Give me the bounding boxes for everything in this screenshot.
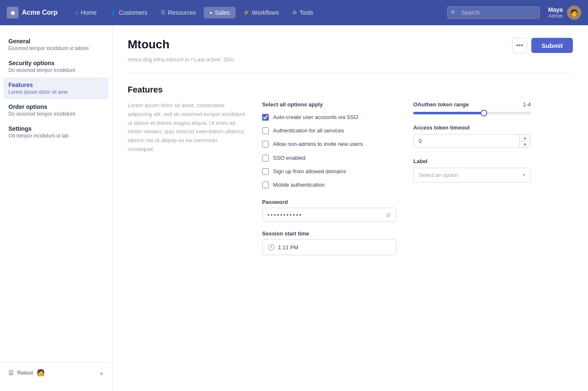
- workflows-icon: ⚡: [243, 10, 249, 16]
- label-section: Label Select an option ▾: [413, 158, 531, 182]
- main-layout: General Eiusmod tempor incididunt ut lab…: [0, 25, 588, 391]
- label-select[interactable]: Select an option ▾: [413, 168, 531, 182]
- sales-icon: ●: [210, 10, 213, 16]
- range-thumb[interactable]: [480, 110, 487, 116]
- brand-icon: ◈: [7, 7, 18, 18]
- customers-icon: 👤: [110, 10, 116, 16]
- range-header: OAuthen token range 1-4: [413, 101, 531, 108]
- nav-items: ⌂ Home 👤 Customers ☰ Resources ● Sales ⚡…: [69, 7, 444, 18]
- checkbox-non-admins[interactable]: Allow non-admins to invite new users: [262, 140, 396, 148]
- checkbox-signup[interactable]: Sign up from allowed domains: [262, 168, 396, 175]
- sidebar-order-sub: Do eiusmod tempor incididunt: [8, 111, 104, 117]
- checkbox-auth-services-input[interactable]: [262, 127, 269, 134]
- main-content: Mtouch ••• Submit retool.dng.infra.mtouc…: [113, 25, 588, 391]
- clock-icon: 🕐: [268, 244, 275, 251]
- sidebar-settings-title: Settings: [8, 125, 104, 132]
- oauth-range-section: OAuthen token range 1-4: [413, 101, 531, 114]
- top-navigation: ◈ Acme Corp ⌂ Home 👤 Customers ☰ Resourc…: [0, 0, 588, 25]
- sidebar-settings-sub: Od tempor incididunt ut lab: [8, 133, 104, 139]
- nav-sales-label: Sales: [215, 9, 230, 16]
- brand-logo[interactable]: ◈ Acme Corp: [7, 7, 58, 18]
- checkbox-sso-input[interactable]: [262, 155, 269, 161]
- nav-workflows[interactable]: ⚡ Workflows: [237, 7, 285, 18]
- features-desc-text: Lorem ipsum dolor sit amet, consectetur …: [128, 101, 245, 154]
- label-field-label: Label: [413, 158, 531, 164]
- password-field: ⊘: [262, 208, 396, 222]
- search-input[interactable]: [447, 6, 540, 19]
- checkbox-auto-create-input[interactable]: [262, 114, 269, 121]
- session-label: Session start time: [262, 230, 396, 237]
- checkbox-mobile-auth[interactable]: Mobile authentication: [262, 181, 396, 189]
- sidebar-footer-avatar: 🧑: [37, 369, 45, 377]
- sidebar-item-security[interactable]: Security options Do eiusmod tempor incid…: [0, 55, 112, 77]
- features-options: Select all options apply Auto-create use…: [262, 101, 396, 255]
- nav-customers-label: Customers: [119, 9, 147, 16]
- checkbox-mobile-auth-input[interactable]: [262, 182, 269, 188]
- checkbox-non-admins-input[interactable]: [262, 141, 269, 148]
- more-button[interactable]: •••: [512, 38, 527, 53]
- access-token-input[interactable]: [414, 135, 519, 148]
- page-meta: retool.dng.infra.mtouch.io • Last active…: [128, 56, 573, 63]
- access-label: Access token timeout: [413, 124, 531, 131]
- oauth-label: OAuthen token range: [413, 101, 469, 108]
- sidebar: General Eiusmod tempor incididunt ut lab…: [0, 25, 113, 391]
- nav-resources-label: Resources: [168, 9, 196, 16]
- sidebar-general-sub: Eiusmod tempor incididunt ut labore: [8, 45, 104, 51]
- checkbox-signup-input[interactable]: [262, 168, 269, 175]
- session-input[interactable]: [278, 244, 349, 251]
- nav-tools[interactable]: ⚙ Tools: [286, 7, 319, 18]
- checkbox-mobile-auth-label: Mobile authentication: [273, 181, 325, 189]
- spinner-down-button[interactable]: ▼: [520, 141, 530, 148]
- submit-button[interactable]: Submit: [531, 38, 573, 53]
- nav-sales[interactable]: ● Sales: [204, 7, 236, 18]
- oauth-range-value: 1-4: [523, 101, 531, 108]
- select-placeholder: Select an option: [419, 172, 458, 178]
- resources-icon: ☰: [161, 10, 165, 16]
- features-right-panel: OAuthen token range 1-4 Access token tim…: [413, 101, 531, 255]
- user-name: Maya: [548, 6, 563, 13]
- home-icon: ⌂: [75, 10, 78, 16]
- nav-home[interactable]: ⌂ Home: [69, 7, 102, 18]
- password-toggle-icon[interactable]: ⊘: [386, 211, 391, 218]
- user-info: Maya Admin 🧑: [548, 5, 581, 20]
- sidebar-footer[interactable]: ☰ Retool 🧑 ▲: [0, 362, 112, 383]
- search-wrapper: [447, 6, 540, 19]
- sidebar-item-order[interactable]: Order options Do eiusmod tempor incididu…: [0, 99, 112, 121]
- brand-name: Acme Corp: [22, 9, 58, 16]
- nav-resources[interactable]: ☰ Resources: [155, 7, 202, 18]
- checkbox-auto-create[interactable]: Auto-create user accounts via SSO: [262, 114, 396, 121]
- sidebar-item-features[interactable]: Features Lorem ipsum dolor sit ame: [3, 77, 109, 99]
- range-track: [413, 112, 531, 114]
- number-input: ▲ ▼: [413, 134, 531, 148]
- checkbox-non-admins-label: Allow non-admins to invite new users: [273, 140, 363, 148]
- options-header: Select all options apply: [262, 101, 396, 108]
- session-section: Session start time 🕐: [262, 230, 396, 255]
- features-layout: Lorem ipsum dolor sit amet, consectetur …: [128, 101, 573, 255]
- sidebar-item-general[interactable]: General Eiusmod tempor incididunt ut lab…: [0, 34, 112, 55]
- user-text: Maya Admin: [548, 6, 563, 19]
- spinner-up-button[interactable]: ▲: [520, 135, 530, 141]
- time-field: 🕐: [262, 239, 396, 255]
- checkbox-auth-services[interactable]: Authentication for all services: [262, 127, 396, 135]
- nav-tools-label: Tools: [299, 9, 313, 16]
- password-section: Password ⊘: [262, 199, 396, 222]
- password-label: Password: [262, 199, 396, 205]
- range-fill: [413, 112, 484, 114]
- features-description: Lorem ipsum dolor sit amet, consectetur …: [128, 101, 245, 255]
- checkbox-group: Auto-create user accounts via SSO Authen…: [262, 114, 396, 189]
- nav-customers[interactable]: 👤 Customers: [104, 7, 153, 18]
- nav-workflows-label: Workflows: [252, 9, 279, 16]
- sidebar-order-title: Order options: [8, 103, 104, 110]
- password-input[interactable]: [268, 212, 386, 218]
- checkbox-sso[interactable]: SSO enabled: [262, 154, 396, 162]
- sidebar-item-settings[interactable]: Settings Od tempor incididunt ut lab: [0, 121, 112, 143]
- sidebar-security-sub: Do eiusmod tempor incididunt: [8, 67, 104, 73]
- checkbox-auth-services-label: Authentication for all services: [273, 127, 344, 135]
- number-spinners: ▲ ▼: [519, 135, 530, 148]
- sidebar-general-title: General: [8, 38, 104, 45]
- sidebar-features-sub: Lorem ipsum dolor sit ame: [8, 89, 104, 95]
- nav-home-label: Home: [81, 9, 97, 16]
- sidebar-footer-label: Retool: [17, 370, 33, 376]
- page-title: Mtouch: [128, 38, 170, 51]
- retool-icon: ☰: [8, 370, 14, 376]
